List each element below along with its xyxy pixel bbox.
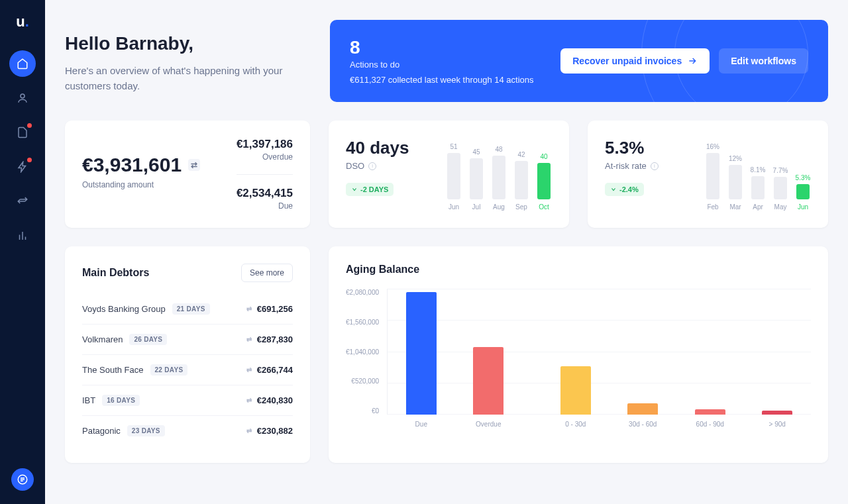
aging-y-axis: €2,080,000€1,560,000€1,040,000€520,000€0 — [346, 289, 379, 415]
aging-card: Aging Balance €2,080,000€1,560,000€1,040… — [329, 246, 828, 463]
debtor-amount: €287,830 — [257, 334, 293, 344]
debtor-row[interactable]: IBT16 DAYS⇄€240,830 — [82, 385, 293, 416]
chart-bar: 7.7%May — [772, 167, 788, 211]
atrisk-chart: 16%Feb12%Mar8.1%Apr7.7%May5.3%Jun — [705, 138, 811, 211]
days-badge: 21 DAYS — [172, 303, 210, 315]
aging-bar-label: Overdue — [476, 421, 501, 428]
debtor-row[interactable]: Patagonic23 DAYS⇄€230,882 — [82, 416, 293, 446]
aging-bar-label: 60d - 90d — [696, 421, 724, 428]
chart-bar: 16%Feb — [705, 143, 721, 211]
aging-bar — [695, 409, 725, 415]
due-value: €2,534,415 — [237, 187, 293, 200]
chart-bar: 48Aug — [491, 146, 507, 211]
debtors-list: Voyds Banking Group21 DAYS⇄€691,256Volkm… — [82, 294, 293, 446]
actions-banner: 8 Actions to do €611,327 collected last … — [330, 20, 828, 102]
info-icon[interactable]: i — [651, 162, 659, 170]
debtor-row[interactable]: The South Face22 DAYS⇄€266,744 — [82, 355, 293, 385]
aging-bar — [762, 411, 792, 415]
debtors-title: Main Debtors — [82, 267, 149, 279]
atrisk-label: At-risk rate — [605, 161, 647, 171]
help-button[interactable] — [11, 468, 34, 491]
debtor-name: Volkmaren — [82, 334, 123, 344]
nav-invoices[interactable] — [9, 119, 36, 146]
debtors-card: Main Debtors See more Voyds Banking Grou… — [65, 246, 310, 463]
see-more-button[interactable]: See more — [241, 264, 293, 282]
swap-icon: ⇄ — [246, 305, 252, 313]
recover-invoices-button[interactable]: Recover unpaid invoices — [560, 48, 710, 74]
nav-home[interactable] — [9, 50, 36, 77]
atrisk-card: 5.3% At-risk rate i -2.4% 16%Feb12%Mar8.… — [588, 121, 828, 228]
chart-bar: 12%Mar — [727, 155, 743, 211]
dso-card: 40 days DSO i -2 DAYS 51Jun45Jul48Aug42S… — [329, 121, 569, 228]
home-icon — [17, 58, 28, 70]
atrisk-value: 5.3% — [605, 138, 659, 158]
aging-bar-label: 30d - 60d — [629, 421, 657, 428]
debtor-amount: €230,882 — [257, 426, 293, 436]
due-label: Due — [237, 201, 293, 211]
aging-title: Aging Balance — [346, 264, 811, 276]
aging-bar-label: 0 - 30d — [565, 421, 586, 428]
outstanding-card: €3,931,601 ⇄ Outstanding amount €1,397,1… — [65, 121, 310, 228]
trend-down-icon — [610, 186, 617, 193]
arrow-right-icon — [687, 56, 698, 66]
swap-icon: ⇄ — [246, 397, 252, 404]
aging-bar-slot: 60d - 90d — [676, 409, 743, 415]
dso-value: 40 days — [346, 138, 409, 158]
actions-subtext: €611,327 collected last week through 14 … — [350, 75, 534, 85]
debtor-amount: €266,744 — [257, 365, 293, 375]
nav-transfers[interactable] — [9, 188, 36, 215]
bolt-icon — [17, 161, 28, 173]
aging-bar-slot: > 90d — [743, 411, 810, 415]
greeting-title: Hello Barnaby, — [65, 33, 310, 54]
nav-customers[interactable] — [9, 85, 36, 111]
svg-point-0 — [21, 94, 25, 98]
currency-swap-icon[interactable]: ⇄ — [188, 159, 200, 171]
actions-label: Actions to do — [350, 60, 534, 70]
actions-count: 8 — [350, 37, 534, 58]
aging-bar-label: > 90d — [769, 421, 786, 428]
nav-analytics[interactable] — [9, 223, 36, 249]
debtor-name: Voyds Banking Group — [82, 304, 166, 314]
swap-icon: ⇄ — [246, 366, 252, 374]
info-icon[interactable]: i — [368, 162, 376, 170]
atrisk-delta-badge: -2.4% — [605, 183, 644, 196]
edit-workflows-button[interactable]: Edit workflows — [719, 48, 808, 74]
outstanding-label: Outstanding amount — [82, 180, 200, 189]
outstanding-amount-value: €3,931,601 — [82, 154, 182, 176]
debtor-amount: €691,256 — [257, 304, 293, 314]
aging-bar-slot: Due — [388, 292, 454, 415]
greeting-block: Hello Barnaby, Here's an overview of wha… — [65, 20, 310, 102]
aging-bars: DueOverdue0 - 30d30d - 60d60d - 90d> 90d — [388, 289, 811, 415]
aging-bar — [627, 403, 658, 415]
debtor-row[interactable]: Volkmaren26 DAYS⇄€287,830 — [82, 325, 293, 355]
file-icon — [17, 126, 28, 138]
days-badge: 26 DAYS — [129, 334, 167, 345]
swap-icon: ⇄ — [246, 427, 252, 434]
chart-bar: 51Jun — [446, 143, 462, 211]
trend-down-icon — [351, 186, 358, 193]
greeting-subtitle: Here's an overview of what's happening w… — [65, 64, 310, 93]
user-icon — [17, 92, 28, 104]
debtor-row[interactable]: Voyds Banking Group21 DAYS⇄€691,256 — [82, 294, 293, 325]
aging-bar-slot: 30d - 60d — [610, 403, 676, 415]
days-badge: 16 DAYS — [102, 395, 140, 406]
debtor-name: Patagonic — [82, 426, 121, 436]
nav-actions[interactable] — [9, 154, 36, 180]
overdue-label: Overdue — [237, 152, 293, 162]
dso-delta-badge: -2 DAYS — [346, 183, 394, 196]
days-badge: 23 DAYS — [127, 425, 165, 436]
notification-badge — [27, 158, 32, 162]
logo: u. — [13, 13, 32, 32]
aging-bar — [473, 347, 504, 415]
overdue-value: €1,397,186 — [237, 138, 293, 151]
dso-chart: 51Jun45Jul48Aug42Sep40Oct — [446, 138, 552, 211]
dso-delta-text: -2 DAYS — [360, 185, 388, 193]
transfer-icon — [17, 195, 28, 207]
notification-badge — [27, 123, 32, 128]
debtor-name: IBT — [82, 395, 95, 405]
debtor-name: The South Face — [82, 365, 144, 375]
help-icon — [17, 474, 28, 485]
aging-bar-slot: 0 - 30d — [542, 366, 609, 415]
days-badge: 22 DAYS — [150, 364, 188, 376]
aging-bar — [560, 366, 591, 415]
